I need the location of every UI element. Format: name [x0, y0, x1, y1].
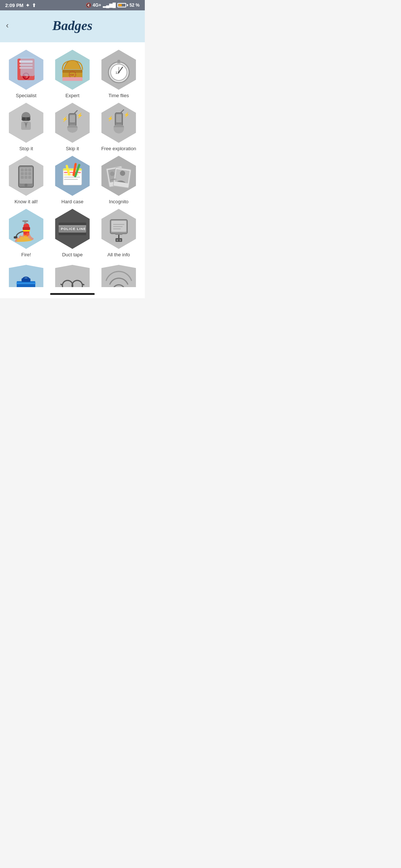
badge-specialist-label: Specialist — [16, 93, 37, 98]
time: 2:09 PM — [5, 3, 23, 8]
svg-rect-34 — [116, 114, 121, 122]
badge-free-exploration-label: Free exploration — [101, 146, 136, 151]
hard-case-icon — [56, 159, 89, 193]
svg-rect-82 — [120, 239, 121, 241]
time-flies-icon: 12 — [102, 53, 136, 86]
badge-fire[interactable]: Fire! — [5, 209, 47, 257]
signal-text: 4G+ — [93, 3, 101, 8]
svg-text:⚡: ⚡ — [76, 112, 83, 119]
svg-line-94 — [61, 284, 62, 285]
svg-text:TOP: TOP — [69, 74, 74, 76]
svg-rect-76 — [59, 233, 86, 235]
svg-rect-43 — [28, 168, 31, 171]
badge-stop-it[interactable]: Stop it — [5, 103, 47, 151]
badge-time-flies[interactable]: 12 Time flies — [98, 50, 140, 98]
svg-text:POLICE LINE: POLICE LINE — [61, 227, 86, 231]
badge-skip-it[interactable]: ⚡ ⚡ Skip it — [52, 103, 94, 151]
status-left: 2:09 PM ✦ ⬆ — [5, 3, 36, 8]
svg-rect-71 — [23, 230, 30, 231]
svg-text:⚡: ⚡ — [107, 115, 114, 122]
specialist-icon: S — [9, 53, 43, 86]
free-exploration-icon: ⚡ ⚡ — [102, 106, 136, 139]
svg-rect-28 — [70, 115, 75, 122]
partial-badge-3-icon — [104, 270, 134, 287]
badge-all-the-info-label: All the info — [107, 252, 130, 257]
partial-badge-1-icon — [11, 270, 41, 287]
svg-rect-80 — [115, 238, 122, 242]
badge-time-flies-label: Time flies — [108, 93, 129, 98]
badge-know-it-all-label: Know it all! — [14, 199, 38, 204]
svg-rect-89 — [22, 278, 30, 282]
svg-point-50 — [25, 184, 27, 187]
expert-icon: TOP — [56, 53, 89, 86]
signal-bars: ▂▄▆█ — [103, 3, 116, 8]
badge-incognito[interactable]: Incognito — [98, 156, 140, 204]
svg-rect-53 — [64, 172, 81, 173]
badge-duct-tape-label: Duct tape — [62, 252, 83, 257]
badge-partial-1[interactable] — [5, 265, 47, 287]
fire-icon — [9, 212, 43, 246]
svg-rect-6 — [20, 57, 35, 76]
svg-rect-44 — [21, 172, 24, 175]
svg-rect-81 — [117, 239, 118, 241]
svg-rect-47 — [21, 176, 24, 179]
badge-fire-label: Fire! — [21, 252, 31, 257]
svg-line-35 — [121, 110, 124, 113]
svg-rect-83 — [115, 233, 123, 235]
svg-rect-42 — [25, 168, 27, 171]
badge-stop-it-label: Stop it — [19, 146, 33, 151]
svg-line-95 — [82, 284, 84, 285]
upload-icon: ⬆ — [32, 3, 36, 8]
badge-partial-3[interactable] — [98, 265, 140, 287]
svg-rect-49 — [28, 176, 31, 179]
stop-it-icon — [9, 106, 43, 139]
badge-hard-case-label: Hard case — [61, 199, 83, 204]
svg-rect-41 — [21, 168, 24, 171]
back-button[interactable]: ‹ — [6, 21, 9, 30]
know-it-all-icon — [9, 159, 43, 193]
badge-duct-tape[interactable]: POLICE LINE Duct tape — [52, 209, 94, 257]
badges-row-partial — [0, 265, 145, 291]
incognito-icon — [102, 159, 136, 193]
badge-hard-case[interactable]: Hard case — [52, 156, 94, 204]
partial-badge-2-icon — [58, 270, 87, 287]
bbm-icon: ✦ — [26, 3, 30, 8]
badge-know-it-all[interactable]: Know it all! — [5, 156, 47, 204]
mute-icon: 🔇 — [86, 3, 91, 8]
svg-point-17 — [117, 60, 120, 63]
svg-point-91 — [62, 280, 73, 287]
svg-rect-45 — [25, 172, 27, 175]
svg-rect-75 — [59, 223, 86, 225]
badge-skip-it-label: Skip it — [66, 146, 79, 151]
svg-rect-90 — [16, 283, 36, 284]
badge-partial-2[interactable] — [52, 265, 94, 287]
badge-expert[interactable]: TOP Expert — [52, 50, 94, 98]
page-title: Badges — [52, 18, 92, 33]
svg-rect-67 — [23, 227, 30, 230]
battery-indicator — [117, 3, 128, 7]
duct-tape-icon: POLICE LINE — [56, 212, 89, 246]
badge-incognito-label: Incognito — [109, 199, 128, 204]
home-indicator — [50, 293, 95, 295]
badge-specialist[interactable]: S Specialist — [5, 50, 47, 98]
header: ‹ Badges — [0, 10, 145, 42]
svg-point-92 — [72, 280, 82, 287]
badges-grid: S Specialist TOP Expert — [0, 42, 145, 265]
all-the-info-icon — [102, 212, 136, 246]
svg-rect-55 — [64, 177, 80, 178]
status-right: 🔇 4G+ ▂▄▆█ 52 % — [86, 3, 140, 8]
badge-expert-label: Expert — [65, 93, 79, 98]
svg-text:⚡: ⚡ — [124, 112, 130, 118]
status-bar: 2:09 PM ✦ ⬆ 🔇 4G+ ▂▄▆█ 52 % — [0, 0, 145, 10]
skip-it-icon: ⚡ ⚡ — [56, 106, 89, 139]
svg-rect-46 — [28, 172, 31, 175]
svg-rect-11 — [62, 77, 82, 81]
svg-rect-56 — [64, 179, 78, 180]
svg-rect-69 — [22, 220, 28, 222]
battery-percent: 52 % — [130, 3, 140, 8]
svg-text:⚡: ⚡ — [62, 116, 68, 122]
bottom-bar — [0, 291, 145, 298]
badge-all-the-info[interactable]: All the info — [98, 209, 140, 257]
svg-text:12: 12 — [115, 71, 119, 75]
badge-free-exploration[interactable]: ⚡ ⚡ Free exploration — [98, 103, 140, 151]
